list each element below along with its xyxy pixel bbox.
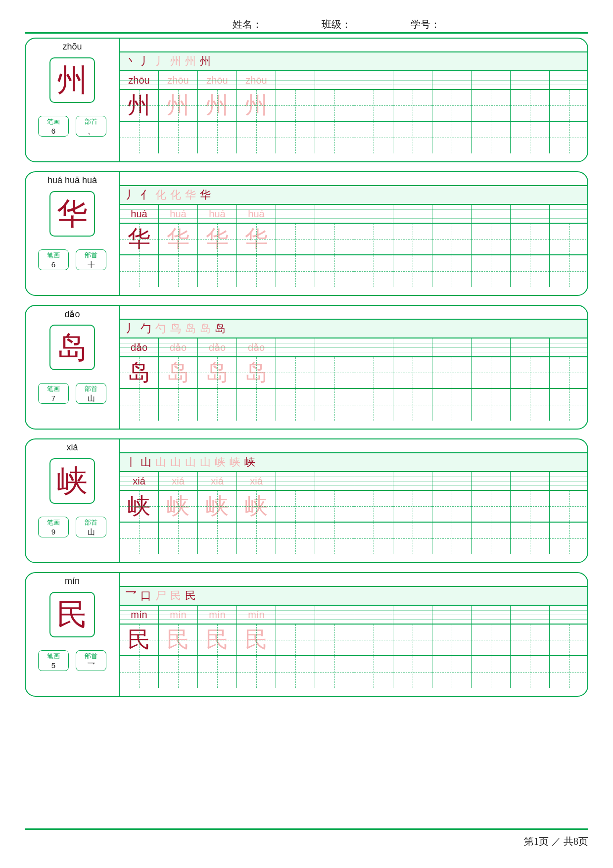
char-cell[interactable]	[354, 224, 393, 254]
practice-cell[interactable]	[511, 255, 550, 287]
char-cell[interactable]	[315, 90, 354, 121]
practice-cell[interactable]	[237, 523, 276, 554]
char-cell[interactable]	[276, 357, 315, 388]
practice-cell[interactable]	[159, 122, 198, 153]
pinyin-cell[interactable]: dǎo	[237, 338, 276, 356]
pinyin-cell[interactable]	[315, 205, 354, 223]
practice-cell[interactable]	[550, 255, 588, 287]
pinyin-cell[interactable]: mín	[237, 606, 276, 624]
char-cell[interactable]: 峡	[120, 491, 159, 522]
char-cell[interactable]: 州	[237, 90, 276, 121]
char-cell[interactable]: 峡	[237, 491, 276, 522]
pinyin-cell[interactable]	[511, 606, 550, 624]
practice-cell[interactable]	[432, 389, 472, 421]
char-cell[interactable]	[354, 491, 393, 522]
char-cell[interactable]	[511, 90, 550, 121]
pinyin-cell[interactable]: xiá	[237, 472, 276, 490]
pinyin-cell[interactable]	[550, 205, 588, 223]
practice-cell[interactable]	[198, 523, 237, 554]
pinyin-cell[interactable]	[276, 606, 315, 624]
practice-cell[interactable]	[159, 656, 198, 688]
practice-cell[interactable]	[354, 255, 393, 287]
char-cell[interactable]: 峡	[198, 491, 237, 522]
practice-cell[interactable]	[393, 656, 432, 688]
char-cell[interactable]	[315, 625, 354, 655]
pinyin-cell[interactable]: zhōu	[159, 71, 198, 89]
practice-cell[interactable]	[354, 656, 393, 688]
practice-cell[interactable]	[432, 523, 472, 554]
practice-cell[interactable]	[393, 122, 432, 153]
char-cell[interactable]	[472, 491, 511, 522]
pinyin-cell[interactable]	[550, 338, 588, 356]
practice-cell[interactable]	[472, 255, 511, 287]
char-cell[interactable]: 华	[120, 224, 159, 254]
char-cell[interactable]: 岛	[237, 357, 276, 388]
practice-cell[interactable]	[120, 122, 159, 153]
char-cell[interactable]	[276, 90, 315, 121]
char-cell[interactable]	[354, 90, 393, 121]
char-cell[interactable]	[511, 224, 550, 254]
char-cell[interactable]: 岛	[159, 357, 198, 388]
pinyin-cell[interactable]: dǎo	[198, 338, 237, 356]
pinyin-cell[interactable]	[276, 472, 315, 490]
pinyin-cell[interactable]	[354, 71, 393, 89]
char-cell[interactable]	[432, 491, 472, 522]
pinyin-cell[interactable]	[432, 472, 472, 490]
practice-cell[interactable]	[550, 656, 588, 688]
pinyin-cell[interactable]	[354, 205, 393, 223]
practice-cell[interactable]	[315, 122, 354, 153]
char-cell[interactable]	[550, 625, 588, 655]
practice-cell[interactable]	[315, 389, 354, 421]
class-label[interactable]: 班级：	[322, 18, 351, 31]
pinyin-cell[interactable]	[432, 205, 472, 223]
pinyin-cell[interactable]	[393, 205, 432, 223]
practice-cell[interactable]	[511, 656, 550, 688]
practice-cell[interactable]	[120, 656, 159, 688]
char-cell[interactable]: 岛	[120, 357, 159, 388]
pinyin-cell[interactable]: mín	[198, 606, 237, 624]
pinyin-cell[interactable]	[315, 71, 354, 89]
pinyin-cell[interactable]	[393, 606, 432, 624]
practice-cell[interactable]	[237, 122, 276, 153]
char-cell[interactable]	[354, 357, 393, 388]
char-cell[interactable]	[472, 625, 511, 655]
pinyin-cell[interactable]	[511, 338, 550, 356]
pinyin-cell[interactable]	[354, 472, 393, 490]
practice-cell[interactable]	[276, 122, 315, 153]
practice-cell[interactable]	[432, 122, 472, 153]
practice-cell[interactable]	[159, 255, 198, 287]
pinyin-cell[interactable]	[432, 71, 472, 89]
pinyin-cell[interactable]	[276, 338, 315, 356]
practice-cell[interactable]	[472, 389, 511, 421]
pinyin-cell[interactable]	[472, 606, 511, 624]
practice-cell[interactable]	[354, 389, 393, 421]
pinyin-cell[interactable]: xiá	[120, 472, 159, 490]
practice-cell[interactable]	[511, 122, 550, 153]
pinyin-cell[interactable]	[393, 338, 432, 356]
char-cell[interactable]	[393, 357, 432, 388]
practice-cell[interactable]	[198, 255, 237, 287]
practice-cell[interactable]	[198, 389, 237, 421]
pinyin-cell[interactable]	[276, 71, 315, 89]
practice-cell[interactable]	[276, 523, 315, 554]
char-cell[interactable]: 州	[120, 90, 159, 121]
practice-cell[interactable]	[550, 389, 588, 421]
char-cell[interactable]	[393, 625, 432, 655]
practice-cell[interactable]	[198, 656, 237, 688]
char-cell[interactable]	[432, 90, 472, 121]
pinyin-cell[interactable]	[511, 472, 550, 490]
pinyin-cell[interactable]: huá	[237, 205, 276, 223]
char-cell[interactable]	[393, 90, 432, 121]
pinyin-cell[interactable]	[472, 205, 511, 223]
char-cell[interactable]	[511, 625, 550, 655]
pinyin-cell[interactable]	[432, 606, 472, 624]
char-cell[interactable]	[354, 625, 393, 655]
practice-cell[interactable]	[159, 523, 198, 554]
practice-cell[interactable]	[550, 122, 588, 153]
practice-cell[interactable]	[237, 656, 276, 688]
pinyin-cell[interactable]	[315, 338, 354, 356]
char-cell[interactable]: 华	[237, 224, 276, 254]
practice-cell[interactable]	[511, 389, 550, 421]
pinyin-cell[interactable]	[472, 338, 511, 356]
practice-cell[interactable]	[472, 656, 511, 688]
